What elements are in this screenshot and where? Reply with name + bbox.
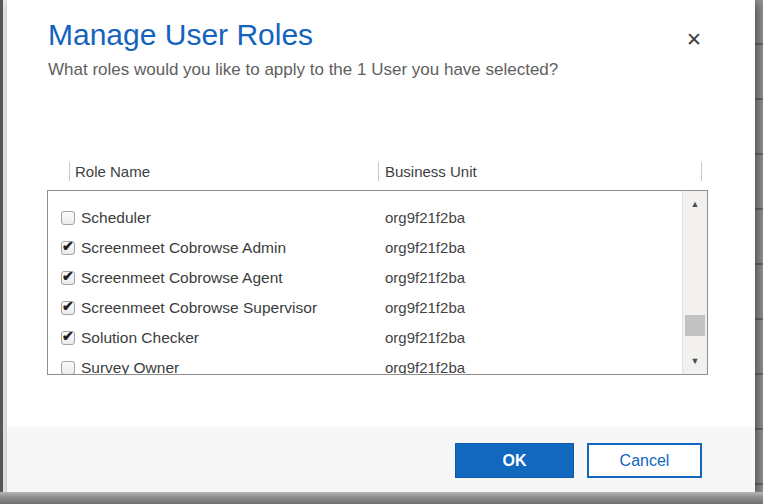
role-name-cell: Solution Checker [81, 329, 199, 347]
column-divider [701, 162, 702, 181]
role-checkbox[interactable]: ✔ [61, 301, 75, 315]
dialog-title: Manage User Roles [48, 18, 313, 52]
roles-list-viewport: org9f21f2ba ✔ Scheduler org9f21f2ba ✔ Sc… [48, 191, 682, 374]
role-name-cell: Survey Owner [81, 359, 179, 374]
background-grid-strip [755, 0, 763, 504]
manage-user-roles-dialog: Manage User Roles What roles would you l… [7, 0, 755, 492]
scrollbar[interactable]: ▲ ▼ [682, 191, 707, 374]
role-checkbox[interactable]: ✔ [61, 271, 75, 285]
role-name-cell: Screenmeet Cobrowse Supervisor [81, 299, 317, 317]
checkmark-icon: ✔ [62, 268, 74, 284]
table-row[interactable]: ✔ Screenmeet Cobrowse Agent org9f21f2ba [48, 263, 682, 293]
table-row[interactable]: ✔ Scheduler org9f21f2ba [48, 203, 682, 233]
checkmark-icon: ✔ [62, 298, 74, 314]
table-row-partial: org9f21f2ba [48, 191, 682, 195]
roles-list: org9f21f2ba ✔ Scheduler org9f21f2ba ✔ Sc… [47, 190, 708, 375]
page-bottom-edge [0, 492, 763, 504]
table-row[interactable]: ✔ Survey Owner org9f21f2ba [48, 353, 682, 374]
scroll-down-icon[interactable]: ▼ [683, 349, 707, 373]
checkmark-icon: ✔ [62, 238, 74, 254]
role-checkbox[interactable]: ✔ [61, 241, 75, 255]
column-divider [69, 162, 70, 181]
close-icon[interactable]: ✕ [681, 26, 707, 52]
grid-header: Role Name Business Unit [47, 160, 708, 186]
business-unit-cell: org9f21f2ba [385, 233, 465, 263]
role-checkbox[interactable]: ✔ [61, 331, 75, 345]
cancel-button[interactable]: Cancel [587, 443, 702, 478]
scroll-up-icon[interactable]: ▲ [683, 192, 707, 216]
role-name-cell: Screenmeet Cobrowse Agent [81, 269, 283, 287]
checkmark-icon: ✔ [62, 328, 74, 344]
rows-spacer [48, 195, 682, 203]
column-header-role-name: Role Name [75, 163, 150, 180]
role-checkbox[interactable]: ✔ [61, 211, 75, 225]
table-row[interactable]: ✔ Screenmeet Cobrowse Admin org9f21f2ba [48, 233, 682, 263]
business-unit-cell: org9f21f2ba [385, 203, 465, 233]
column-header-business-unit: Business Unit [385, 163, 477, 180]
business-unit-cell: org9f21f2ba [385, 293, 465, 323]
screen: Manage User Roles What roles would you l… [0, 0, 763, 504]
role-name-cell: Screenmeet Cobrowse Admin [81, 239, 286, 257]
business-unit-cell: org9f21f2ba [385, 191, 465, 195]
dialog-footer: OK Cancel [7, 427, 755, 492]
table-row[interactable]: ✔ Screenmeet Cobrowse Supervisor org9f21… [48, 293, 682, 323]
column-divider [378, 162, 379, 181]
dialog-subtitle: What roles would you like to apply to th… [48, 60, 558, 80]
scrollbar-thumb[interactable] [685, 315, 705, 336]
table-row[interactable]: ✔ Solution Checker org9f21f2ba [48, 323, 682, 353]
role-checkbox[interactable]: ✔ [61, 361, 75, 374]
business-unit-cell: org9f21f2ba [385, 323, 465, 353]
ok-button[interactable]: OK [455, 443, 574, 478]
business-unit-cell: org9f21f2ba [385, 353, 465, 374]
business-unit-cell: org9f21f2ba [385, 263, 465, 293]
role-name-cell: Scheduler [81, 209, 151, 227]
